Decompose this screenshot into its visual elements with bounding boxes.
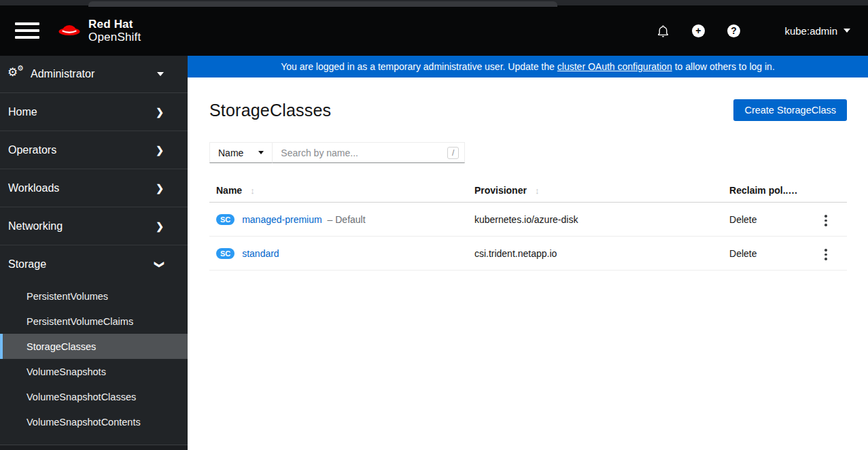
chevron-down-icon <box>258 151 264 154</box>
search-input[interactable] <box>281 148 447 158</box>
sidebar-item-label: Networking <box>8 220 63 232</box>
sidebar-item-label: Workloads <box>8 182 59 194</box>
storageclasses-table: Name↕ Provisioner↕ Reclaim pol...↕ <box>209 179 847 271</box>
banner-text-after: to allow others to log in. <box>675 61 775 72</box>
storageclass-badge: SC <box>216 248 235 259</box>
column-header-reclaim-policy[interactable]: Reclaim pol...↕ <box>723 179 805 203</box>
slash-shortcut-badge: / <box>447 147 459 159</box>
user-menu-label: kube:admin <box>784 25 837 37</box>
actions-cell <box>805 203 847 237</box>
kebab-menu-icon[interactable] <box>819 211 833 230</box>
sidebar-item-label: Operators <box>8 144 56 156</box>
sidebar-item-volumesnapshotcontents[interactable]: VolumeSnapshotContents <box>0 409 188 434</box>
import-plus-circle-icon[interactable]: + <box>691 23 706 38</box>
storageclass-badge: SC <box>216 214 235 225</box>
cogs-icon: ⚙⚙ <box>7 67 25 82</box>
actions-cell <box>805 237 847 271</box>
provisioner-cell: kubernetes.io/azure-disk <box>468 203 723 237</box>
sidebar-item-home[interactable]: Home ❯ <box>0 93 188 131</box>
banner-text-before: You are logged in as a temporary adminis… <box>281 61 555 72</box>
sidebar-item-volumesnapshotclasses[interactable]: VolumeSnapshotClasses <box>0 384 188 409</box>
temp-admin-banner: You are logged in as a temporary adminis… <box>188 56 868 77</box>
redhat-fedora-icon <box>57 21 82 40</box>
filter-toolbar: Name / <box>209 142 847 163</box>
cluster-oauth-configuration-link[interactable]: cluster OAuth configuration <box>557 61 672 72</box>
name-cell: SC standard <box>209 237 468 271</box>
help-question-circle-icon[interactable]: ? <box>726 23 741 38</box>
nav-toggle-hamburger-icon[interactable] <box>15 22 39 39</box>
chevron-down-icon <box>844 29 850 33</box>
chevron-down-icon <box>157 72 164 76</box>
chevron-down-icon: ❯ <box>155 260 164 269</box>
create-storageclass-button[interactable]: Create StorageClass <box>733 99 847 121</box>
column-header-name[interactable]: Name↕ <box>209 179 468 203</box>
masthead: Red Hat OpenShift + ? kube:admin <box>0 5 868 56</box>
storageclass-link[interactable]: managed-premium <box>242 214 322 225</box>
name-cell: SC managed-premium – Default <box>209 203 468 237</box>
notifications-bell-icon[interactable] <box>655 23 670 38</box>
brand-line2: OpenShift <box>88 31 141 44</box>
search-box: / <box>273 142 465 163</box>
sidebar-item-networking[interactable]: Networking ❯ <box>0 207 188 245</box>
sidebar-bottom-divider <box>0 445 188 450</box>
brand-line1: Red Hat <box>88 18 141 31</box>
sidebar-item-label: Storage <box>8 258 46 271</box>
page-title: StorageClasses <box>209 101 331 120</box>
openshift-console: Red Hat OpenShift + ? kube:admin <box>0 0 868 450</box>
perspective-label: Administrator <box>31 68 94 80</box>
sidebar-item-volumesnapshots[interactable]: VolumeSnapshots <box>0 359 188 384</box>
brand-text: Red Hat OpenShift <box>88 18 141 44</box>
column-header-provisioner[interactable]: Provisioner↕ <box>468 179 723 203</box>
provisioner-cell: csi.trident.netapp.io <box>468 237 723 271</box>
browser-tab-edge <box>88 1 557 7</box>
reclaim-policy-cell: Delete <box>723 237 805 271</box>
filter-type-dropdown[interactable]: Name <box>209 142 273 163</box>
chevron-right-icon: ❯ <box>156 145 164 155</box>
table-row: SC standard csi.trident.netapp.io Delete <box>209 237 847 271</box>
masthead-toolbar: + ? kube:admin <box>655 23 850 38</box>
sidebar-nav: ⚙⚙ Administrator Home ❯ Operators ❯ Work… <box>0 56 188 450</box>
sort-icon[interactable]: ↕ <box>535 186 540 196</box>
chevron-right-icon: ❯ <box>156 107 164 117</box>
storage-subnav: PersistentVolumes PersistentVolumeClaims… <box>0 283 188 441</box>
sidebar-item-operators[interactable]: Operators ❯ <box>0 131 188 169</box>
sort-icon[interactable]: ↕ <box>799 186 803 196</box>
sidebar-item-persistentvolumeclaims[interactable]: PersistentVolumeClaims <box>0 309 188 334</box>
sidebar-item-workloads[interactable]: Workloads ❯ <box>0 169 188 207</box>
main-content: You are logged in as a temporary adminis… <box>188 56 868 450</box>
column-header-actions <box>805 179 847 203</box>
browser-top-strip <box>0 0 868 5</box>
sort-icon[interactable]: ↕ <box>250 186 255 196</box>
filter-type-label: Name <box>218 148 243 158</box>
sidebar-item-storageclasses[interactable]: StorageClasses <box>0 334 188 359</box>
page-header: StorageClasses Create StorageClass <box>209 99 847 121</box>
chevron-right-icon: ❯ <box>156 222 164 231</box>
storageclasses-page: StorageClasses Create StorageClass Name … <box>188 77 868 271</box>
sidebar-item-storage[interactable]: Storage ❯ <box>0 245 188 283</box>
perspective-switcher[interactable]: ⚙⚙ Administrator <box>0 56 188 93</box>
user-menu-dropdown[interactable]: kube:admin <box>784 25 850 37</box>
reclaim-policy-cell: Delete <box>723 203 805 237</box>
chevron-right-icon: ❯ <box>156 184 164 193</box>
table-row: SC managed-premium – Default kubernetes.… <box>209 203 847 237</box>
table-header-row: Name↕ Provisioner↕ Reclaim pol...↕ <box>209 179 847 203</box>
default-annotation: – Default <box>328 214 366 225</box>
sidebar-item-label: Home <box>8 106 37 118</box>
storageclass-link[interactable]: standard <box>242 248 279 259</box>
brand-logo: Red Hat OpenShift <box>57 18 141 44</box>
kebab-menu-icon[interactable] <box>819 245 833 264</box>
sidebar-item-persistentvolumes[interactable]: PersistentVolumes <box>0 283 188 309</box>
